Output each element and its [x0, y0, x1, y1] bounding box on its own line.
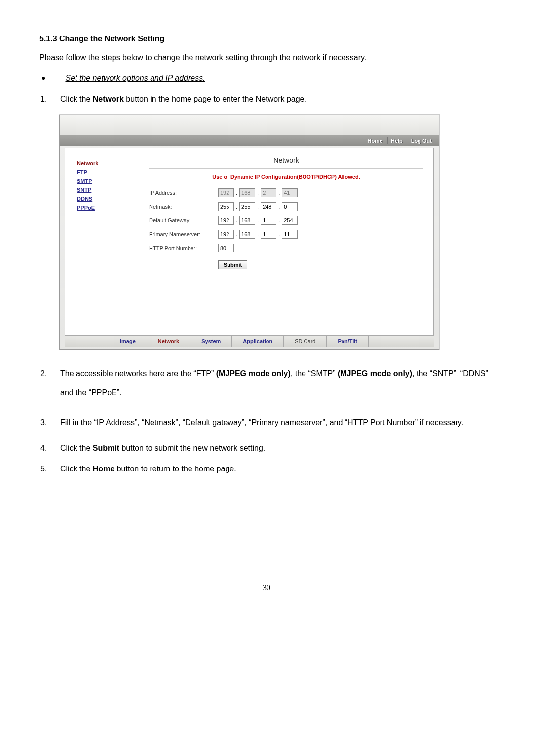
step-bold: Submit — [93, 444, 119, 452]
sidebar: Network FTP SMTP SNTP DDNS PPPoE — [65, 148, 139, 335]
label-http-port: HTTP Port Number: — [149, 245, 218, 251]
step-bold: (MJPEG mode only) — [216, 369, 291, 378]
netmask-octet-1[interactable] — [218, 202, 234, 211]
label-nameserver: Primary Nameserver: — [149, 231, 218, 237]
intro-paragraph: Please follow the steps below to change … — [39, 52, 494, 63]
netmask-octet-4[interactable] — [282, 202, 298, 211]
ip-octet-1[interactable] — [218, 188, 234, 197]
dot-icon: . — [257, 190, 259, 196]
sidebar-item-network[interactable]: Network — [77, 160, 134, 166]
ip-octet-4[interactable] — [282, 188, 298, 197]
help-button[interactable]: Help — [387, 137, 406, 144]
http-port-input[interactable] — [218, 244, 234, 252]
step-3: 3. Fill in the “IP Address”, “Netmask”, … — [40, 413, 494, 432]
top-nav: Home Help Log Out — [60, 135, 439, 146]
step-number: 2. — [40, 364, 60, 402]
sidebar-item-pppoe[interactable]: PPPoE — [77, 205, 134, 211]
dot-icon: . — [236, 231, 237, 237]
bullet-text: Set the network options and IP address. — [65, 74, 205, 83]
panel-title: Network — [149, 156, 423, 164]
gateway-octet-1[interactable] — [218, 216, 234, 225]
sidebar-item-ftp[interactable]: FTP — [77, 169, 134, 175]
row-nameserver: Primary Nameserver: . . . — [149, 230, 423, 239]
tab-network[interactable]: Network — [147, 335, 190, 347]
step-text: button to return to the home page. — [114, 465, 236, 473]
main-panel: Network Use of Dynamic IP Configuration(… — [139, 148, 433, 335]
ip-octet-3[interactable] — [261, 188, 276, 197]
step-5: 5. Click the Home button to return to th… — [40, 464, 494, 474]
submit-button[interactable]: Submit — [218, 260, 247, 269]
gateway-octet-2[interactable] — [239, 216, 255, 225]
step-text: The accessible networks here are the “FT… — [60, 369, 216, 378]
row-http-port: HTTP Port Number: — [149, 244, 423, 252]
dot-icon: . — [257, 217, 259, 223]
tab-sdcard[interactable]: SD Card — [284, 335, 327, 347]
tab-application[interactable]: Application — [232, 335, 284, 347]
logout-button[interactable]: Log Out — [408, 137, 435, 144]
step-text: Fill in the “IP Address”, “Netmask”, “De… — [60, 413, 494, 432]
tab-system[interactable]: System — [190, 335, 232, 347]
gateway-octet-4[interactable] — [282, 216, 298, 225]
gateway-octet-3[interactable] — [261, 216, 276, 225]
ip-octet-2[interactable] — [239, 188, 255, 197]
label-netmask: Netmask: — [149, 204, 218, 210]
step-number: 1. — [40, 94, 60, 105]
step-bold: (MJPEG mode only) — [338, 369, 412, 378]
network-page-screenshot: Home Help Log Out Network FTP SMTP SNTP … — [59, 115, 439, 350]
step-bold: Home — [93, 465, 114, 473]
sidebar-item-ddns[interactable]: DDNS — [77, 196, 134, 202]
window-titlebar — [60, 115, 439, 135]
dot-icon: . — [278, 190, 280, 196]
step-text: button to submit the new network setting… — [119, 444, 265, 452]
dhcp-message: Use of Dynamic IP Configuration(BOOTP/DH… — [149, 174, 423, 180]
home-button[interactable]: Home — [364, 137, 385, 144]
dns-octet-2[interactable] — [239, 230, 255, 239]
dot-icon: . — [278, 231, 280, 237]
divider — [149, 168, 423, 169]
row-gateway: Default Gateway: . . . — [149, 216, 423, 225]
dot-icon: . — [257, 204, 259, 210]
dot-icon: . — [236, 190, 237, 196]
tab-pantilt[interactable]: Pan/Tilt — [327, 335, 369, 347]
bottom-tabs: Image Network System Application SD Card… — [65, 335, 434, 347]
bullet-icon: ● — [41, 74, 45, 82]
step-2: 2. The accessible networks here are the … — [40, 364, 494, 402]
content-frame: Network FTP SMTP SNTP DDNS PPPoE Network… — [65, 148, 434, 335]
section-heading: 5.1.3 Change the Network Setting — [39, 35, 494, 43]
dns-octet-1[interactable] — [218, 230, 234, 239]
tab-image[interactable]: Image — [109, 335, 147, 347]
row-ip-address: IP Address: . . . — [149, 188, 423, 197]
dns-octet-3[interactable] — [261, 230, 276, 239]
step-text: Click the — [60, 444, 93, 452]
step-number: 3. — [40, 413, 60, 432]
bullet-item: ● Set the network options and IP address… — [39, 74, 494, 83]
step-text: Click the — [60, 95, 93, 103]
dot-icon: . — [236, 204, 237, 210]
sidebar-item-sntp[interactable]: SNTP — [77, 187, 134, 193]
label-ip-address: IP Address: — [149, 190, 218, 196]
step-4: 4. Click the Submit button to submit the… — [40, 443, 494, 454]
step-text: , the “SMTP” — [291, 369, 338, 378]
dot-icon: . — [257, 231, 259, 237]
label-gateway: Default Gateway: — [149, 217, 218, 223]
step-1: 1. Click the Network button in the home … — [40, 94, 494, 105]
dot-icon: . — [236, 217, 237, 223]
page-number: 30 — [39, 583, 494, 592]
dns-octet-4[interactable] — [282, 230, 298, 239]
dot-icon: . — [278, 217, 280, 223]
step-bold: Network — [93, 95, 124, 103]
step-text: button in the home page to enter the Net… — [124, 95, 306, 103]
dot-icon: . — [278, 204, 280, 210]
netmask-octet-2[interactable] — [239, 202, 255, 211]
step-number: 4. — [40, 443, 60, 454]
step-number: 5. — [40, 464, 60, 474]
row-netmask: Netmask: . . . — [149, 202, 423, 211]
sidebar-item-smtp[interactable]: SMTP — [77, 178, 134, 184]
step-text: Click the — [60, 465, 93, 473]
netmask-octet-3[interactable] — [261, 202, 276, 211]
